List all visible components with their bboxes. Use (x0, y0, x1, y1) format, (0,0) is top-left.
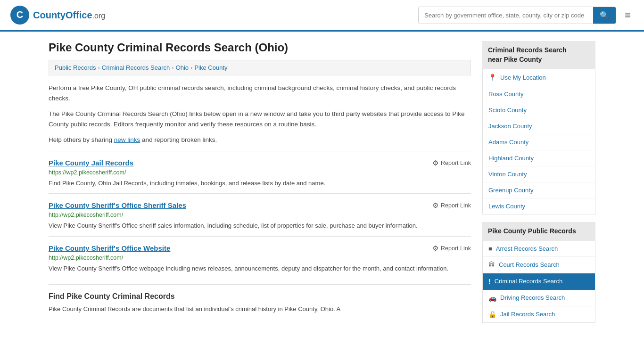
use-my-location-item[interactable]: 📍 Use My Location (483, 69, 595, 86)
main-content: Pike County Criminal Records Search (Ohi… (49, 41, 471, 330)
report-link-label-2: Report Link (441, 202, 471, 209)
result-desc-3: View Pike County Sheriff's Office webpag… (49, 264, 471, 273)
sidebar-item-arrest-records[interactable]: ■ Arrest Records Search (483, 241, 595, 257)
sidebar-item-driving-records[interactable]: 🚗 Driving Records Search (483, 290, 595, 306)
logo-text: CountyOffice.org (33, 10, 105, 21)
vinton-county-link[interactable]: Vinton County (488, 171, 527, 178)
ross-county-link[interactable]: Ross County (488, 90, 523, 98)
description-3-pre: Help others by sharing (49, 136, 114, 143)
arrest-records-link[interactable]: Arrest Records Search (496, 245, 558, 252)
location-pin-icon: 📍 (488, 74, 496, 81)
use-my-location-link[interactable]: Use My Location (500, 74, 546, 81)
result-header: Pike County Sheriff's Office Website ⚙ R… (49, 244, 471, 253)
report-link-2[interactable]: ⚙ Report Link (432, 201, 471, 210)
criminal-records-label: Criminal Records Search (495, 278, 563, 285)
result-desc-1: Find Pike County, Ohio Jail Records, inc… (49, 179, 471, 188)
sidebar-item-greenup-county[interactable]: Greenup County (483, 182, 595, 198)
content-wrapper: Pike County Criminal Records Search (Ohi… (39, 32, 605, 340)
result-header: Pike County Sheriff's Office Sheriff Sal… (49, 201, 471, 210)
court-records-icon: 🏛 (488, 261, 495, 269)
report-link-1[interactable]: ⚙ Report Link (432, 159, 471, 167)
sidebar-item-lewis-county[interactable]: Lewis County (483, 198, 595, 214)
sidebar-item-criminal-records[interactable]: ! Criminal Records Search (483, 273, 595, 290)
description-3-post: and reporting broken links. (140, 136, 217, 143)
logo-area[interactable]: C CountyOffice.org (9, 5, 105, 25)
search-input[interactable] (419, 8, 593, 23)
court-records-link[interactable]: Court Records Search (499, 261, 560, 268)
arrest-records-icon: ■ (488, 245, 492, 252)
svg-text:C: C (17, 9, 23, 20)
sidebar: Criminal Records Searchnear Pike County … (482, 41, 595, 330)
new-links-link[interactable]: new links (114, 136, 140, 143)
report-link-label-3: Report Link (441, 245, 471, 252)
result-desc-2: View Pike County Sheriff's Office sherif… (49, 221, 471, 230)
search-bar: 🔍 (418, 7, 616, 24)
sidebar-public-records-list: ■ Arrest Records Search 🏛 Court Records … (482, 241, 595, 323)
result-item: Pike County Jail Records ⚙ Report Link h… (49, 151, 471, 194)
driving-records-icon: 🚗 (488, 294, 496, 302)
highland-county-link[interactable]: Highland County (488, 155, 534, 162)
description-2: The Pike County Criminal Records Search … (49, 109, 471, 129)
sidebar-nearby-heading: Criminal Records Searchnear Pike County (482, 41, 595, 69)
result-url-2[interactable]: http://wp2.pikecosheriff.com/ (49, 212, 471, 218)
sidebar-item-vinton-county[interactable]: Vinton County (483, 166, 595, 182)
result-title-3[interactable]: Pike County Sheriff's Office Website (49, 244, 170, 252)
sidebar-item-court-records[interactable]: 🏛 Court Records Search (483, 257, 595, 273)
sidebar-item-ross-county[interactable]: Ross County (483, 86, 595, 102)
sidebar-public-records-section: Pike County Public Records ■ Arrest Reco… (482, 222, 595, 323)
menu-icon[interactable]: ≡ (621, 7, 635, 23)
report-link-label-1: Report Link (441, 160, 471, 166)
greenup-county-link[interactable]: Greenup County (488, 187, 533, 194)
logo-icon: C (9, 5, 30, 25)
result-title-2[interactable]: Pike County Sheriff's Office Sheriff Sal… (49, 201, 186, 209)
find-section-desc: Pike County Criminal Records are documen… (49, 304, 471, 314)
result-title-1[interactable]: Pike County Jail Records (49, 159, 133, 167)
report-icon-3: ⚙ (432, 244, 438, 253)
jail-records-link[interactable]: Jail Records Search (500, 311, 555, 318)
breadcrumb-public-records[interactable]: Public Records (55, 64, 96, 71)
sidebar-item-adams-county[interactable]: Adams County (483, 134, 595, 150)
result-item: Pike County Sheriff's Office Website ⚙ R… (49, 236, 471, 279)
breadcrumb-sep-2: › (172, 64, 173, 71)
description-3: Help others by sharing new links and rep… (49, 135, 471, 145)
result-item: Pike County Sheriff's Office Sheriff Sal… (49, 193, 471, 236)
breadcrumb-pike-county[interactable]: Pike County (194, 64, 227, 71)
report-icon-1: ⚙ (432, 159, 438, 167)
header-right: 🔍 ≡ (418, 7, 635, 24)
breadcrumb-sep-3: › (190, 64, 192, 71)
breadcrumb-ohio[interactable]: Ohio (176, 64, 189, 71)
sidebar-item-jackson-county[interactable]: Jackson County (483, 118, 595, 134)
sidebar-nearby-list: 📍 Use My Location Ross County Scioto Cou… (482, 69, 595, 214)
sidebar-item-highland-county[interactable]: Highland County (483, 150, 595, 166)
search-button[interactable]: 🔍 (593, 7, 616, 24)
sidebar-public-records-heading: Pike County Public Records (482, 222, 595, 241)
find-section-title: Find Pike County Criminal Records (49, 284, 471, 301)
header: C CountyOffice.org 🔍 ≡ (0, 0, 644, 32)
result-url-1[interactable]: https://wp2.pikecosheriff.com/ (49, 169, 471, 176)
description-1: Perform a free Pike County, OH public cr… (49, 83, 471, 103)
driving-records-link[interactable]: Driving Records Search (500, 294, 565, 301)
jackson-county-link[interactable]: Jackson County (488, 123, 532, 130)
report-icon-2: ⚙ (432, 201, 438, 210)
lewis-county-link[interactable]: Lewis County (488, 203, 525, 210)
sidebar-item-scioto-county[interactable]: Scioto County (483, 102, 595, 118)
results-list: Pike County Jail Records ⚙ Report Link h… (49, 151, 471, 279)
jail-records-icon: 🔒 (488, 311, 496, 318)
criminal-records-icon: ! (488, 278, 491, 285)
adams-county-link[interactable]: Adams County (488, 139, 528, 146)
page-title: Pike County Criminal Records Search (Ohi… (49, 41, 471, 54)
sidebar-item-jail-records[interactable]: 🔒 Jail Records Search (483, 306, 595, 322)
scioto-county-link[interactable]: Scioto County (488, 107, 527, 114)
result-url-3[interactable]: http://wp2.pikecosheriff.com/ (49, 255, 471, 261)
result-header: Pike County Jail Records ⚙ Report Link (49, 159, 471, 167)
sidebar-nearby-section: Criminal Records Searchnear Pike County … (482, 41, 595, 214)
report-link-3[interactable]: ⚙ Report Link (432, 244, 471, 253)
find-section: Find Pike County Criminal Records Pike C… (49, 282, 471, 314)
breadcrumb: Public Records › Criminal Records Search… (49, 60, 471, 75)
breadcrumb-criminal-records[interactable]: Criminal Records Search (102, 64, 170, 71)
breadcrumb-sep-1: › (98, 64, 99, 71)
